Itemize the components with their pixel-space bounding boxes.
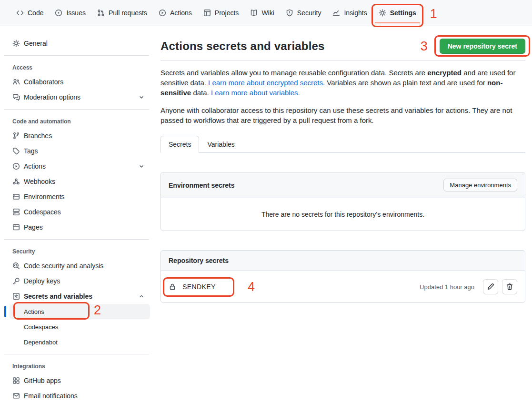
tab-label: Settings — [390, 9, 416, 17]
intro-text: Secrets and variables allow you to manag… — [161, 69, 427, 77]
intro-text: data. — [191, 89, 211, 97]
tab-security[interactable]: Security — [280, 0, 327, 26]
secret-name: SENDKEY — [182, 283, 216, 291]
asterisk-box-icon — [12, 292, 20, 300]
environment-secrets-empty-text: There are no secrets for this repository… — [161, 198, 525, 231]
settings-sidebar: General Access Collaborators Moderation … — [0, 26, 153, 413]
tab-label: Actions — [170, 9, 192, 17]
manage-environments-button[interactable]: Manage environments — [443, 179, 517, 191]
sidebar-subitem-codespaces[interactable]: Codespaces — [10, 319, 150, 334]
key-icon — [12, 277, 20, 285]
git-branch-icon — [12, 132, 20, 140]
chevron-down-icon — [139, 163, 144, 169]
lock-icon — [169, 283, 176, 291]
book-icon — [250, 9, 258, 17]
new-repository-secret-button[interactable]: New repository secret — [440, 39, 525, 54]
sidebar-item-label: Code security and analysis — [24, 262, 103, 270]
sidebar-item-webhooks[interactable]: Webhooks — [0, 174, 153, 189]
sidebar-item-label: Actions — [24, 308, 44, 315]
annotation-number-2: 2 — [94, 303, 101, 318]
sidebar-item-environments[interactable]: Environments — [0, 189, 153, 204]
environment-secrets-box: Environment secrets Manage environments … — [161, 172, 525, 231]
sidebar-item-secrets-and-variables[interactable]: Secrets and variables — [0, 289, 153, 304]
tab-label: Pull requests — [109, 9, 147, 17]
tag-icon — [12, 147, 20, 155]
sidebar-item-label: Actions — [24, 162, 46, 170]
sidebar-item-moderation-options[interactable]: Moderation options — [0, 90, 153, 105]
sidebar-item-code-security[interactable]: Code security and analysis — [0, 258, 153, 273]
page-title: Actions secrets and variables — [161, 40, 325, 53]
annotation-number-1: 1 — [430, 7, 437, 21]
sidebar-item-branches[interactable]: Branches — [0, 128, 153, 143]
tab-settings[interactable]: Settings 1 — [373, 0, 422, 26]
sidebar-item-tags[interactable]: Tags — [0, 143, 153, 159]
git-pull-request-icon — [97, 9, 105, 17]
sidebar-divider — [4, 354, 149, 354]
repo-nav: Code Issues Pull requests Actions Projec… — [0, 0, 532, 26]
settings-content: Actions secrets and variables New reposi… — [153, 26, 532, 413]
link-variables[interactable]: Learn more about variables — [211, 89, 298, 97]
edit-secret-button[interactable] — [483, 279, 498, 294]
play-icon — [12, 162, 20, 170]
tab-label: Insights — [344, 9, 367, 17]
people-icon — [12, 78, 20, 86]
webhook-icon — [12, 178, 20, 185]
codespaces-icon — [12, 208, 20, 216]
collaborator-paragraph: Anyone with collaborator access to this … — [161, 105, 525, 125]
box-title: Repository secrets — [169, 257, 229, 264]
sidebar-item-collaborators[interactable]: Collaborators — [0, 74, 153, 90]
secret-row-actions: Updated 1 hour ago — [420, 279, 517, 294]
sidebar-item-deploy-keys[interactable]: Deploy keys — [0, 273, 153, 289]
sidebar-item-codespaces[interactable]: Codespaces — [0, 204, 153, 220]
sidebar-item-label: Moderation options — [24, 93, 80, 101]
tab-secrets[interactable]: Secrets — [161, 136, 199, 153]
shield-icon — [286, 9, 293, 17]
sidebar-item-label: Branches — [24, 132, 52, 140]
tab-wiki[interactable]: Wiki — [244, 0, 280, 26]
repository-secrets-header: Repository secrets — [161, 251, 525, 271]
tab-actions[interactable]: Actions — [153, 0, 198, 26]
tab-pull-requests[interactable]: Pull requests — [91, 0, 153, 26]
sidebar-subitem-actions[interactable]: Actions 2 — [10, 304, 150, 319]
apps-icon — [12, 377, 20, 384]
annotation-number-4: 4 — [248, 280, 255, 294]
trash-icon — [506, 283, 513, 291]
sidebar-subitem-dependabot[interactable]: Dependabot — [10, 334, 150, 350]
tab-issues[interactable]: Issues — [49, 0, 91, 26]
chevron-up-icon — [139, 293, 144, 299]
settings-layout: General Access Collaborators Moderation … — [0, 26, 532, 413]
secrets-variables-tabs: Secrets Variables — [161, 136, 525, 153]
title-divider — [161, 60, 525, 61]
delete-secret-button[interactable] — [502, 279, 517, 294]
sidebar-item-label: Email notifications — [24, 392, 78, 400]
environment-secrets-header: Environment secrets Manage environments — [161, 172, 525, 198]
server-icon — [12, 193, 20, 201]
sidebar-item-label: Deploy keys — [24, 277, 60, 285]
active-item-bar — [4, 306, 6, 317]
browser-icon — [12, 223, 20, 231]
sidebar-item-actions[interactable]: Actions — [0, 159, 153, 174]
tab-variables[interactable]: Variables — [199, 136, 242, 153]
tab-insights[interactable]: Insights — [327, 0, 372, 26]
codescan-icon — [12, 262, 20, 270]
box-title: Environment secrets — [169, 181, 235, 189]
sidebar-item-label: GitHub apps — [24, 377, 61, 384]
secret-name-group: SENDKEY 4 — [169, 283, 216, 291]
secret-updated-text: Updated 1 hour ago — [420, 283, 474, 291]
tab-projects[interactable]: Projects — [198, 0, 245, 26]
sidebar-item-github-apps[interactable]: GitHub apps — [0, 373, 153, 388]
sidebar-item-pages[interactable]: Pages — [0, 220, 153, 235]
tab-code[interactable]: Code — [10, 0, 49, 26]
comment-discussion-icon — [12, 93, 20, 101]
tab-label: Security — [297, 9, 321, 17]
intro-text: . Variables are shown as plain text and … — [323, 79, 487, 87]
tab-label: Projects — [215, 9, 239, 17]
link-encrypted-secrets[interactable]: Learn more about encrypted secrets — [208, 79, 323, 87]
sidebar-section-security: Security — [0, 244, 153, 258]
chevron-down-icon — [139, 94, 144, 100]
sidebar-item-label: Pages — [24, 223, 43, 231]
sidebar-item-label: Dependabot — [24, 339, 58, 346]
mail-icon — [12, 392, 20, 400]
sidebar-item-general[interactable]: General — [0, 36, 153, 51]
sidebar-item-email-notifications[interactable]: Email notifications — [0, 388, 153, 403]
